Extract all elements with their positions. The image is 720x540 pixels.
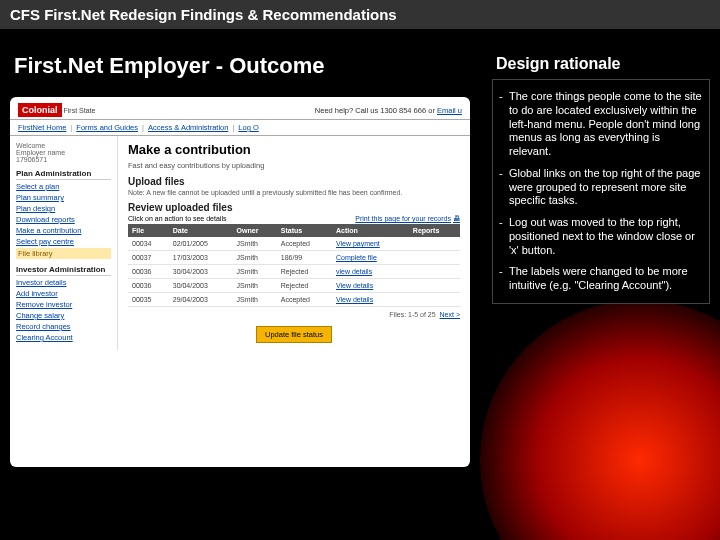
- sidebar-item[interactable]: Select a plan: [16, 182, 111, 191]
- action-link[interactable]: View details: [332, 293, 409, 307]
- table-row: 0003630/04/2003JSmithRejectedview detail…: [128, 265, 460, 279]
- main-content: Make a contribution Fast and easy contri…: [118, 136, 470, 350]
- page-header: CFS First.Net Redesign Findings & Recomm…: [0, 0, 720, 29]
- sidebar-item[interactable]: Record changes: [16, 322, 111, 331]
- sidebar-item[interactable]: Plan summary: [16, 193, 111, 202]
- sidebar-item[interactable]: Clearing Account: [16, 333, 111, 342]
- table-row: 0003717/03/2003JSmith186/99Complete file: [128, 251, 460, 265]
- brand-logo: Colonial First State: [18, 103, 95, 117]
- page-subtitle: Fast and easy contributions by uploading: [128, 161, 460, 170]
- email-link[interactable]: Email u: [437, 106, 462, 115]
- logo-mark: Colonial: [18, 103, 62, 117]
- upload-heading: Upload files: [128, 176, 460, 187]
- nav-link[interactable]: Access & Administration: [148, 123, 228, 132]
- nav-link[interactable]: Forms and Guides: [76, 123, 138, 132]
- table-header: Status: [277, 224, 332, 237]
- table-header: Date: [169, 224, 233, 237]
- sidebar-item[interactable]: File library: [16, 248, 111, 259]
- sidebar-item[interactable]: Select pay centre: [16, 237, 111, 246]
- click-hint: Click on an action to see details: [128, 215, 226, 222]
- action-link[interactable]: view details: [332, 265, 409, 279]
- pager: Files: 1-5 of 25 Next >: [128, 311, 460, 318]
- update-file-status-button[interactable]: Update file status: [256, 326, 332, 343]
- upload-note: Note: A new file cannot be uploaded unti…: [128, 189, 460, 196]
- left-sidebar: Welcome Employer name 17906571 Plan Admi…: [10, 136, 118, 350]
- table-row: 0003402/01/2005JSmithAcceptedView paymen…: [128, 237, 460, 251]
- action-link[interactable]: Complete file: [332, 251, 409, 265]
- nav-link[interactable]: FirstNet Home: [18, 123, 66, 132]
- welcome-block: Welcome Employer name 17906571: [16, 142, 111, 163]
- action-link[interactable]: View payment: [332, 237, 409, 251]
- table-header: File: [128, 224, 169, 237]
- table-row: 0003529/04/2003JSmithAcceptedView detail…: [128, 293, 460, 307]
- sidebar-heading: Plan Administration: [16, 169, 111, 180]
- sidebar-item[interactable]: Change salary: [16, 311, 111, 320]
- page-title: Make a contribution: [128, 142, 460, 157]
- screenshot-mock: Colonial First State Need help? Call us …: [10, 97, 470, 467]
- action-link[interactable]: View details: [332, 279, 409, 293]
- sidebar-item[interactable]: Investor details: [16, 278, 111, 287]
- pager-next[interactable]: Next >: [440, 311, 460, 318]
- rationale-panel: Design rationale The core things people …: [492, 43, 710, 467]
- global-nav: FirstNet Home | Forms and Guides | Acces…: [10, 119, 470, 136]
- table-row: 0003630/04/2003JSmithRejectedView detail…: [128, 279, 460, 293]
- sidebar-item[interactable]: Download reports: [16, 215, 111, 224]
- sidebar-heading: Investor Administration: [16, 265, 111, 276]
- sidebar-item[interactable]: Add investor: [16, 289, 111, 298]
- help-text: Need help? Call us 1300 854 666 or Email…: [315, 106, 462, 115]
- print-link[interactable]: Print this page for your records 🖶: [355, 215, 460, 222]
- sidebar-item[interactable]: Plan design: [16, 204, 111, 213]
- logo-subtext: First State: [64, 107, 96, 114]
- table-header: Action: [332, 224, 409, 237]
- rationale-heading: Design rationale: [496, 55, 710, 73]
- rationale-item: Log out was moved to the top right, posi…: [497, 212, 705, 261]
- nav-link[interactable]: Log O: [238, 123, 258, 132]
- rationale-item: The labels were changed to be more intui…: [497, 261, 705, 297]
- table-header: Owner: [233, 224, 277, 237]
- sidebar-item[interactable]: Remove investor: [16, 300, 111, 309]
- table-header: Reports: [409, 224, 460, 237]
- review-heading: Review uploaded files: [128, 202, 460, 213]
- files-table: FileDateOwnerStatusActionReports 0003402…: [128, 224, 460, 307]
- sidebar-item[interactable]: Make a contribution: [16, 226, 111, 235]
- rationale-item: The core things people come to the site …: [497, 86, 705, 163]
- slide-title: First.Net Employer - Outcome: [14, 53, 482, 79]
- rationale-item: Global links on the top right of the pag…: [497, 163, 705, 212]
- print-icon: 🖶: [453, 215, 460, 222]
